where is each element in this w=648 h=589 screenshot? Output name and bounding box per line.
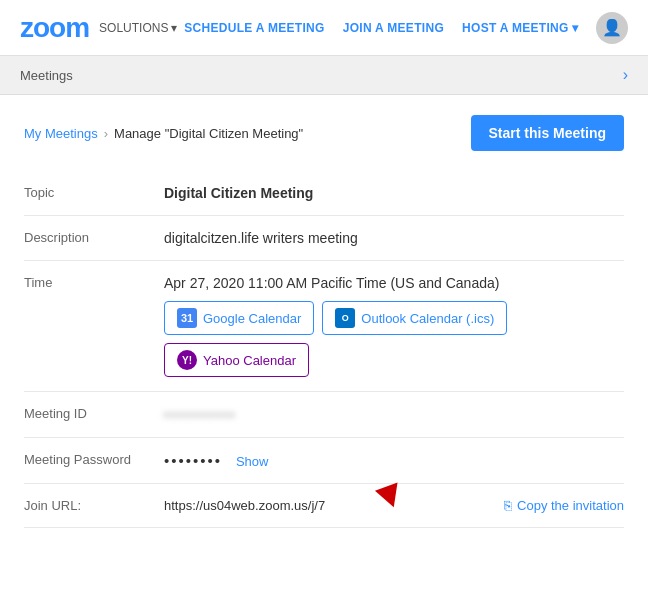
topic-value: Digital Citizen Meeting [164, 171, 624, 216]
meeting-id-label: Meeting ID [24, 392, 164, 438]
time-row: Time Apr 27, 2020 11:00 AM Pacific Time … [24, 261, 624, 392]
password-value: •••••••• Show [164, 438, 624, 484]
join-meeting-link[interactable]: JOIN A MEETING [343, 21, 444, 35]
schedule-meeting-link[interactable]: SCHEDULE A MEETING [184, 21, 325, 35]
chevron-down-icon: ▾ [572, 21, 578, 35]
user-icon: 👤 [602, 18, 622, 37]
host-meeting-link[interactable]: HOST A MEETING ▾ [462, 21, 578, 35]
chevron-down-icon: ▾ [171, 21, 177, 35]
outlook-calendar-icon: O [335, 308, 355, 328]
password-label: Meeting Password [24, 438, 164, 484]
topic-label: Topic [24, 171, 164, 216]
password-stars: •••••••• [164, 452, 222, 469]
topic-row: Topic Digital Citizen Meeting [24, 171, 624, 216]
breadcrumb-separator: › [104, 126, 108, 141]
join-url-row: Join URL: https://us04web.zoom.us/j/7 ⎘ … [24, 484, 624, 528]
calendar-buttons: 31 Google Calendar O Outlook Calendar (.… [164, 301, 624, 377]
outlook-calendar-button[interactable]: O Outlook Calendar (.ics) [322, 301, 507, 335]
time-value: Apr 27, 2020 11:00 AM Pacific Time (US a… [164, 261, 624, 392]
show-password-link[interactable]: Show [236, 454, 269, 469]
meeting-id-value: •••••••••• [164, 392, 624, 438]
google-calendar-button[interactable]: 31 Google Calendar [164, 301, 314, 335]
main-content: My Meetings › Manage "Digital Citizen Me… [0, 95, 648, 548]
yahoo-calendar-button[interactable]: Y! Yahoo Calendar [164, 343, 309, 377]
start-meeting-button[interactable]: Start this Meeting [471, 115, 624, 151]
time-label: Time [24, 261, 164, 392]
solutions-menu[interactable]: SOLUTIONS ▾ [99, 21, 177, 35]
page-header: My Meetings › Manage "Digital Citizen Me… [24, 115, 624, 151]
copy-invitation-button[interactable]: ⎘ Copy the invitation [504, 498, 624, 513]
page-breadcrumb: My Meetings › Manage "Digital Citizen Me… [24, 126, 303, 141]
copy-icon: ⎘ [504, 498, 512, 513]
description-value: digitalcitzen.life writers meeting [164, 216, 624, 261]
top-navigation: zoom SOLUTIONS ▾ SCHEDULE A MEETING JOIN… [0, 0, 648, 56]
join-url-container: https://us04web.zoom.us/j/7 ⎘ Copy the i… [164, 498, 624, 513]
join-url-value: https://us04web.zoom.us/j/7 ⎘ Copy the i… [164, 484, 624, 528]
meeting-id-row: Meeting ID •••••••••• [24, 392, 624, 438]
zoom-logo[interactable]: zoom [20, 12, 89, 44]
avatar[interactable]: 👤 [596, 12, 628, 44]
password-row: Meeting Password •••••••• Show [24, 438, 624, 484]
nav-right: SCHEDULE A MEETING JOIN A MEETING HOST A… [184, 12, 628, 44]
join-url-label: Join URL: [24, 484, 164, 528]
breadcrumb-bar: Meetings › [0, 56, 648, 95]
meeting-details-table: Topic Digital Citizen Meeting Descriptio… [24, 171, 624, 528]
breadcrumb-arrow-icon: › [623, 66, 628, 84]
my-meetings-link[interactable]: My Meetings [24, 126, 98, 141]
page-title: Manage "Digital Citizen Meeting" [114, 126, 303, 141]
meetings-breadcrumb-label[interactable]: Meetings [20, 68, 73, 83]
google-calendar-icon: 31 [177, 308, 197, 328]
description-label: Description [24, 216, 164, 261]
meeting-id-blurred: •••••••••• [164, 406, 237, 423]
description-row: Description digitalcitzen.life writers m… [24, 216, 624, 261]
red-arrow-annotation [375, 482, 405, 511]
yahoo-calendar-icon: Y! [177, 350, 197, 370]
join-url-text[interactable]: https://us04web.zoom.us/j/7 [164, 498, 325, 513]
